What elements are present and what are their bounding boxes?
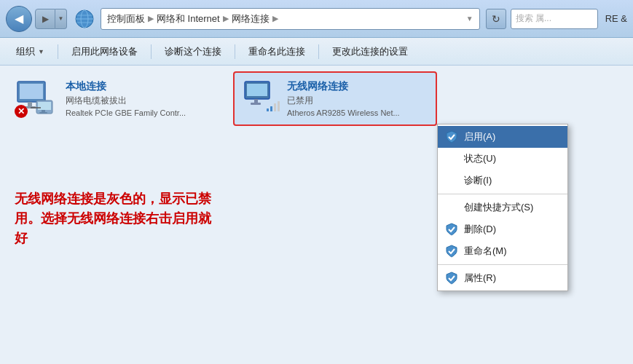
breadcrumb-sep-2: ▶ bbox=[223, 14, 229, 23]
main-content: ✕ 本地连接 网络电缆被拔出 Realtek PCIe GBE Family C… bbox=[0, 66, 633, 364]
status-label: 状态(U) bbox=[464, 152, 496, 165]
context-menu-rename[interactable]: 重命名(M) bbox=[438, 240, 567, 262]
local-connection-adapter: Realtek PCIe GBE Family Contr... bbox=[66, 108, 186, 117]
context-menu-sep-2 bbox=[438, 264, 567, 265]
svg-rect-7 bbox=[28, 102, 32, 106]
home-icon bbox=[74, 9, 95, 29]
enable-label: 启用(A) bbox=[464, 130, 495, 143]
wireless-connection-status: 已禁用 bbox=[287, 95, 400, 107]
context-menu-delete[interactable]: 删除(D) bbox=[438, 218, 567, 240]
toolbar-rename[interactable]: 重命名此连接 bbox=[241, 41, 312, 62]
breadcrumb-item-2: 网络和 Internet bbox=[157, 12, 220, 25]
breadcrumb-sep-1: ▶ bbox=[148, 14, 154, 23]
address-bar[interactable]: 控制面板 ▶ 网络和 Internet ▶ 网络连接 ▶ ▼ bbox=[101, 8, 480, 30]
toolbar-diagnose[interactable]: 诊断这个连接 bbox=[157, 41, 229, 62]
context-menu-sep-1 bbox=[438, 194, 567, 194]
toolbar-organize[interactable]: 组织 ▼ bbox=[9, 41, 52, 62]
address-dropdown[interactable]: ▼ bbox=[466, 15, 473, 23]
context-menu: 启用(A) 状态(U) 诊断(I) 创建快捷方式(S) 删除(D) bbox=[437, 124, 568, 291]
toolbar-change-settings[interactable]: 更改此连接的设置 bbox=[325, 41, 415, 62]
context-menu-diagnose[interactable]: 诊断(I) bbox=[438, 170, 567, 191]
properties-label: 属性(R) bbox=[464, 272, 496, 285]
toolbar: 组织 ▼ 启用此网络设备 诊断这个连接 重命名此连接 更改此连接的设置 bbox=[0, 38, 633, 66]
back-button[interactable]: ◀ bbox=[6, 6, 32, 32]
toolbar-enable-device[interactable]: 启用此网络设备 bbox=[64, 41, 145, 62]
instruction-text: 无线网络连接是灰色的，显示已禁用。选择无线网络连接右击启用就好 bbox=[15, 189, 219, 248]
toolbar-sep-2 bbox=[151, 44, 152, 59]
search-placeholder: 搜索 属... bbox=[516, 12, 551, 25]
shield-enable-icon bbox=[445, 130, 458, 143]
delete-label: 删除(D) bbox=[464, 223, 496, 236]
svg-rect-10 bbox=[38, 102, 51, 110]
rename-label: 重命名(M) bbox=[464, 245, 507, 258]
organize-label: 组织 bbox=[16, 45, 35, 58]
context-menu-properties[interactable]: 属性(R) bbox=[438, 267, 567, 289]
context-menu-create-shortcut[interactable]: 创建快捷方式(S) bbox=[438, 197, 567, 218]
svg-rect-11 bbox=[42, 110, 45, 112]
toolbar-sep-1 bbox=[58, 44, 58, 59]
svg-rect-21 bbox=[274, 103, 276, 111]
context-menu-status[interactable]: 状态(U) bbox=[438, 148, 567, 170]
local-connection-icon-wrapper: ✕ bbox=[15, 80, 58, 118]
wireless-connection-info: 无线网络连接 已禁用 Atheros AR9285 Wireless Net..… bbox=[287, 80, 400, 117]
svg-rect-15 bbox=[247, 84, 267, 96]
forward-dropdown[interactable]: ▼ bbox=[55, 9, 67, 29]
nav-buttons: ◀ ▶ ▼ bbox=[6, 6, 95, 32]
wireless-connection-name: 无线网络连接 bbox=[287, 80, 400, 93]
toolbar-sep-3 bbox=[235, 44, 235, 59]
local-connection-status: 网络电缆被拔出 bbox=[66, 95, 186, 107]
forward-button[interactable]: ▶ bbox=[35, 9, 55, 29]
diagnose-label: 诊断这个连接 bbox=[165, 45, 221, 58]
wireless-connection-icon bbox=[243, 80, 280, 115]
breadcrumb-item-3: 网络连接 bbox=[232, 12, 270, 25]
wireless-connection-item[interactable]: 无线网络连接 已禁用 Atheros AR9285 Wireless Net..… bbox=[233, 71, 437, 126]
shield-properties-icon bbox=[445, 272, 458, 285]
local-connection-info: 本地连接 网络电缆被拔出 Realtek PCIe GBE Family Con… bbox=[66, 80, 186, 117]
window-controls-hint: RE & bbox=[605, 13, 627, 24]
address-right: ↻ 搜索 属... RE & bbox=[486, 9, 627, 29]
shield-delete-icon bbox=[445, 223, 458, 236]
breadcrumb-item-1: 控制面板 bbox=[107, 12, 145, 25]
wireless-computer-icon bbox=[243, 80, 280, 112]
svg-rect-6 bbox=[20, 84, 43, 99]
local-error-badge: ✕ bbox=[15, 105, 28, 118]
context-menu-enable[interactable]: 启用(A) bbox=[438, 126, 567, 148]
create-shortcut-label: 创建快捷方式(S) bbox=[464, 201, 533, 214]
toolbar-sep-4 bbox=[318, 44, 319, 59]
search-box[interactable]: 搜索 属... bbox=[511, 9, 598, 29]
breadcrumb-sep-3: ▶ bbox=[272, 14, 278, 23]
svg-rect-20 bbox=[270, 106, 272, 111]
refresh-button[interactable]: ↻ bbox=[486, 9, 506, 29]
wireless-connection-adapter: Atheros AR9285 Wireless Net... bbox=[287, 108, 400, 117]
svg-rect-19 bbox=[267, 108, 269, 111]
svg-rect-17 bbox=[251, 103, 261, 105]
svg-rect-22 bbox=[278, 101, 280, 111]
organize-arrow: ▼ bbox=[38, 48, 44, 55]
svg-rect-16 bbox=[254, 99, 258, 103]
svg-rect-12 bbox=[39, 112, 47, 114]
change-settings-label: 更改此连接的设置 bbox=[332, 45, 408, 58]
rename-label: 重命名此连接 bbox=[248, 45, 305, 58]
local-connection-item[interactable]: ✕ 本地连接 网络电缆被拔出 Realtek PCIe GBE Family C… bbox=[9, 74, 227, 124]
diagnose-label: 诊断(I) bbox=[464, 174, 492, 187]
local-connection-name: 本地连接 bbox=[66, 80, 186, 93]
enable-device-label: 启用此网络设备 bbox=[71, 45, 138, 58]
title-bar: ◀ ▶ ▼ 控制面板 ▶ 网络和 Internet ▶ 网络连接 ▶ ▼ ↻ 搜… bbox=[0, 0, 633, 38]
shield-rename-icon bbox=[445, 245, 458, 258]
